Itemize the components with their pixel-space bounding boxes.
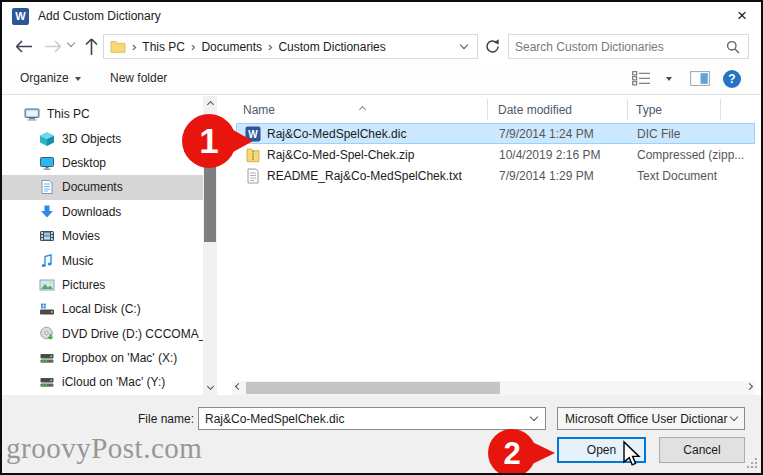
column-header-type[interactable]: Type: [636, 103, 757, 117]
sidebar-item-3d-objects[interactable]: 3D Objects: [2, 126, 203, 150]
recent-locations-chevron-icon[interactable]: [67, 39, 75, 47]
music-icon: [39, 253, 55, 269]
scroll-up-icon[interactable]: [203, 96, 217, 110]
organize-button[interactable]: Organize: [20, 63, 81, 94]
file-row-dic[interactable]: W Raj&Co-MedSpelChek.dic 7/9/2014 1:24 P…: [236, 123, 755, 144]
step-2-annotation: 2: [486, 427, 558, 475]
file-type: DIC File: [629, 127, 754, 141]
sidebar-item-local-disk-c[interactable]: Local Disk (C:): [2, 297, 203, 321]
organize-dropdown-icon: [75, 77, 81, 81]
sidebar-item-label: Movies: [62, 229, 100, 243]
column-divider[interactable]: [627, 99, 628, 120]
add-custom-dictionary-dialog: W Add Custom Dictionary × › This PC › Do…: [0, 0, 763, 475]
crumb-this-pc[interactable]: This PC: [142, 40, 185, 54]
desktop-icon: [39, 155, 55, 171]
organize-label: Organize: [20, 71, 69, 85]
local-disk-icon: [39, 301, 55, 317]
title-bar: W Add Custom Dictionary ×: [2, 2, 761, 30]
file-name-label: File name:: [94, 412, 194, 426]
sidebar-item-label: Music: [62, 254, 93, 268]
sidebar-item-dropbox-on-mac[interactable]: Dropbox on 'Mac' (X:): [2, 346, 203, 370]
new-folder-label: New folder: [110, 71, 167, 85]
sidebar-item-dvd-drive-d[interactable]: DVD Drive (D:) CCCOMA_X64: [2, 322, 203, 346]
sidebar-item-downloads[interactable]: Downloads: [2, 200, 203, 224]
pictures-icon: [39, 277, 55, 293]
sidebar-item-label: 3D Objects: [62, 132, 121, 146]
svg-text:1: 1: [199, 121, 218, 160]
sidebar-item-label: iCloud on 'Mac' (Y:): [62, 375, 165, 389]
navigation-bar: › This PC › Documents › Custom Dictionar…: [2, 30, 761, 63]
column-divider[interactable]: [720, 99, 721, 120]
refresh-button[interactable]: [484, 38, 501, 55]
column-header-date-modified[interactable]: Date modified: [498, 103, 636, 117]
file-name: README_Raj&Co-MedSpelChek.txt: [267, 169, 491, 183]
sidebar-item-label: Downloads: [62, 205, 121, 219]
word-app-icon: W: [12, 8, 29, 25]
crumb-custom-dictionaries[interactable]: Custom Dictionaries: [278, 40, 385, 54]
file-name-input[interactable]: [199, 412, 531, 426]
sidebar-item-label: Dropbox on 'Mac' (X:): [62, 351, 177, 365]
resize-grip[interactable]: [747, 458, 758, 469]
window-title: Add Custom Dictionary: [38, 2, 161, 30]
file-type-value: Microsoft Office User Dictionar: [558, 412, 731, 426]
horizontal-scrollbar-thumb[interactable]: [246, 382, 500, 394]
cancel-button[interactable]: Cancel: [659, 437, 745, 463]
forward-button[interactable]: [44, 39, 63, 54]
network-drive-icon: [39, 350, 55, 366]
crumb-separator: ›: [132, 39, 136, 54]
file-type: Text Document: [629, 169, 754, 183]
sidebar-item-label: Documents: [62, 180, 123, 194]
details-view-button[interactable]: [632, 71, 651, 86]
search-box: [508, 34, 749, 59]
sidebar-item-label: Local Disk (C:): [62, 302, 141, 316]
view-dropdown-icon[interactable]: [666, 77, 672, 81]
file-date: 7/9/2014 1:24 PM: [491, 127, 629, 141]
crumb-separator: ›: [191, 39, 195, 54]
network-drive-icon: [39, 374, 55, 390]
file-type-chevron-icon: [730, 413, 738, 421]
scroll-down-icon[interactable]: [203, 381, 217, 395]
folder-icon: [110, 40, 126, 53]
documents-icon: [39, 179, 55, 195]
help-button[interactable]: ?: [723, 70, 741, 88]
crumb-separator: ›: [268, 39, 272, 54]
file-date: 10/4/2019 2:16 PM: [491, 148, 629, 162]
breadcrumb[interactable]: › This PC › Documents › Custom Dictionar…: [103, 34, 478, 59]
sidebar-item-icloud-on-mac[interactable]: iCloud on 'Mac' (Y:): [2, 370, 203, 394]
file-rows: W Raj&Co-MedSpelChek.dic 7/9/2014 1:24 P…: [236, 123, 755, 187]
sidebar-item-desktop[interactable]: Desktop: [2, 151, 203, 175]
dialog-body: This PC 3D Objects Desktop Documents Dow…: [2, 96, 761, 395]
column-divider[interactable]: [487, 99, 488, 120]
file-name-dropdown-chevron-icon[interactable]: [530, 413, 538, 421]
step-1-annotation: 1: [180, 112, 256, 172]
file-date: 7/9/2014 1:29 PM: [491, 169, 629, 183]
column-headers: Name Date modified Type: [228, 96, 757, 123]
file-row-zip[interactable]: Raj&Co-Med-Spel-Chek.zip 10/4/2019 2:16 …: [236, 144, 755, 165]
3d-objects-icon: [39, 131, 55, 147]
file-list: Name Date modified Type W Raj&Co-MedSpel…: [228, 96, 757, 395]
sidebar-item-documents[interactable]: Documents: [2, 175, 203, 199]
sidebar-item-label: This PC: [47, 107, 90, 121]
sidebar-item-this-pc[interactable]: This PC: [2, 102, 203, 126]
file-name: Raj&Co-Med-Spel-Chek.zip: [267, 148, 491, 162]
file-row-txt[interactable]: README_Raj&Co-MedSpelChek.txt 7/9/2014 1…: [236, 166, 755, 187]
close-button[interactable]: ×: [731, 5, 753, 27]
back-button[interactable]: [14, 39, 33, 54]
sidebar-item-movies[interactable]: Movies: [2, 224, 203, 248]
sidebar-item-pictures[interactable]: Pictures: [2, 273, 203, 297]
scroll-left-icon[interactable]: [232, 381, 244, 395]
scroll-right-icon[interactable]: [743, 381, 755, 395]
sidebar-item-music[interactable]: Music: [2, 248, 203, 272]
up-button[interactable]: [84, 37, 99, 56]
file-type-dropdown[interactable]: Microsoft Office User Dictionar: [557, 407, 745, 430]
new-folder-button[interactable]: New folder: [110, 63, 167, 94]
search-icon[interactable]: [726, 40, 740, 54]
sidebar-item-label: Desktop: [62, 156, 106, 170]
preview-pane-button[interactable]: [690, 71, 710, 86]
horizontal-scrollbar[interactable]: [232, 381, 755, 395]
column-header-name[interactable]: Name: [243, 103, 498, 117]
search-input[interactable]: [509, 40, 726, 54]
sidebar-item-label: DVD Drive (D:) CCCOMA_X64: [62, 327, 203, 341]
address-dropdown-chevron-icon[interactable]: [460, 41, 468, 49]
crumb-documents[interactable]: Documents: [201, 40, 262, 54]
